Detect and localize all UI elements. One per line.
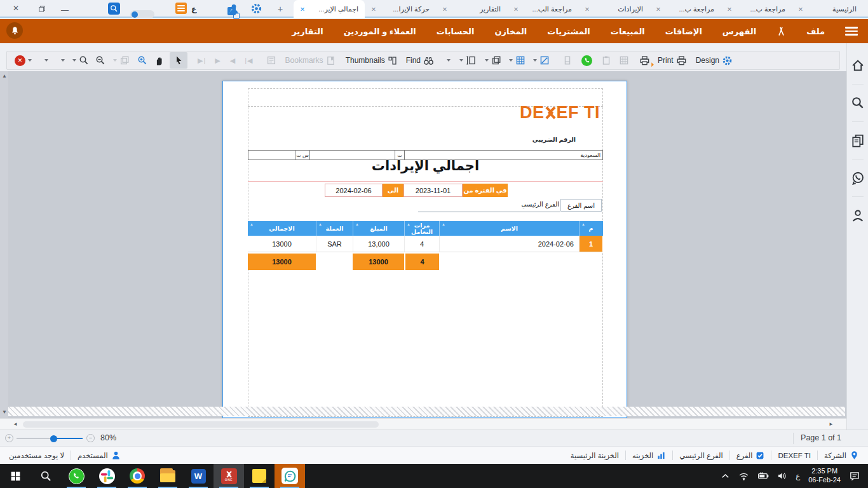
multipage-view-button[interactable]	[113, 55, 130, 65]
zoom-tool-button[interactable]	[72, 55, 89, 65]
hamburger-menu-icon[interactable]	[845, 27, 858, 36]
menu-addons[interactable]: الإضافات	[665, 27, 702, 36]
zoom-in-circle-icon[interactable]: +	[5, 434, 13, 442]
quick-search-icon[interactable]	[108, 3, 120, 15]
nav-last-page-button[interactable]: ▶|	[198, 57, 206, 65]
whatsapp-icon[interactable]	[851, 171, 865, 185]
company-context[interactable]: الشركة	[824, 451, 859, 460]
thumbnails-button[interactable]: Thumbnails	[346, 56, 397, 65]
branch-context[interactable]: الفرع	[736, 451, 765, 460]
find-button[interactable]: Find	[406, 55, 434, 66]
tab-revenues[interactable]: ✕الإيرادات	[578, 0, 649, 18]
taskbar-dexef-app[interactable]	[275, 464, 305, 488]
home-icon[interactable]	[851, 58, 865, 72]
menu-reports[interactable]: التقارير	[292, 27, 323, 36]
tab-reports[interactable]: ✕التقارير	[436, 0, 507, 18]
col-header-times[interactable]: ▲مرات التعامل	[404, 221, 439, 236]
dropdown-1[interactable]	[44, 59, 48, 62]
design-button[interactable]: Design	[696, 55, 733, 66]
send-whatsapp-button[interactable]	[581, 55, 592, 66]
col-header-no[interactable]: ▲م	[579, 221, 602, 236]
print-button[interactable]: Print	[658, 55, 687, 66]
side-panel-button[interactable]	[562, 55, 573, 65]
settings-gear-icon[interactable]	[250, 3, 262, 15]
tab-review-1[interactable]: ✕مراجعة الب...	[507, 0, 578, 18]
col-header-total[interactable]: ▲الاجمالي	[248, 221, 316, 236]
contact-person-icon[interactable]	[851, 208, 865, 222]
export-document-button[interactable]	[266, 55, 276, 65]
vertical-scrollbar[interactable]	[0, 71, 8, 418]
menu-index[interactable]: الفهرس	[722, 27, 756, 36]
taskbar-slack[interactable]	[92, 464, 122, 488]
window-close-button[interactable]: ✕	[13, 4, 19, 12]
table-layout-button[interactable]	[509, 55, 526, 65]
taskbar-search-button[interactable]	[31, 464, 61, 488]
taskbar-clock[interactable]: 2:35 PM 06-Feb-24	[808, 467, 841, 485]
scale-button[interactable]	[533, 55, 550, 65]
menu-purchases[interactable]: المشتريات	[547, 27, 590, 36]
tab-home[interactable]: ✕الرئيسية	[792, 0, 863, 18]
menu-list-icon[interactable]	[175, 3, 187, 14]
theme-toggle[interactable]	[130, 10, 154, 18]
documents-icon[interactable]	[851, 133, 865, 147]
taskbar-chrome[interactable]	[122, 464, 153, 488]
menu-warehouses[interactable]: المخازن	[494, 27, 527, 36]
col-header-currency[interactable]: ▲العملة	[316, 221, 353, 236]
quick-print-button[interactable]	[639, 55, 650, 66]
zoom-slider-track[interactable]	[17, 438, 53, 439]
taskbar-whatsapp[interactable]	[61, 464, 92, 488]
menu-file[interactable]: ملف	[806, 27, 825, 36]
nav-next-page-button[interactable]: ▶	[215, 57, 220, 65]
start-button[interactable]	[0, 464, 31, 488]
tab-close-icon[interactable]: ✕	[300, 6, 305, 13]
treasury-context[interactable]: الخزينه	[632, 451, 666, 460]
taskbar-file-explorer[interactable]	[153, 464, 183, 488]
zoom-slider-handle[interactable]	[50, 435, 57, 442]
nav-first-page-button[interactable]: |◀	[245, 57, 253, 65]
tab-close-icon[interactable]: ✕	[656, 6, 661, 13]
window-restore-button[interactable]	[38, 5, 46, 13]
page-setup-button[interactable]	[459, 55, 476, 65]
tab-review-2[interactable]: ✕مراجعة ب...	[649, 0, 721, 18]
paste-button[interactable]	[601, 55, 611, 65]
pointer-tool-button[interactable]	[170, 52, 187, 69]
scroll-down-arrow[interactable]: ▼	[2, 410, 7, 415]
bookmarks-button[interactable]: Bookmarks	[285, 56, 336, 65]
dropdown-2[interactable]	[61, 59, 65, 62]
horizontal-scroll-thumb[interactable]	[23, 421, 379, 428]
new-tab-button[interactable]: +	[278, 4, 283, 14]
action-center-icon[interactable]	[849, 470, 860, 482]
user-profile-icon[interactable]	[228, 3, 240, 15]
tab-review-3[interactable]: ✕مراجعة ب...	[721, 0, 792, 18]
tab-close-icon[interactable]: ✕	[442, 6, 447, 13]
menu-sales[interactable]: المبيعات	[611, 27, 645, 36]
window-minimize-button[interactable]: —	[61, 6, 69, 14]
taskbar-dexef-one[interactable]: ONE	[214, 464, 244, 488]
nav-prev-page-button[interactable]: ◀	[230, 57, 236, 65]
zoom-out-button[interactable]	[95, 55, 105, 65]
zoom-out-circle-icon[interactable]: −	[86, 434, 95, 442]
scroll-up-arrow[interactable]: ▲	[2, 74, 7, 79]
col-header-amount[interactable]: ▲المبلغ	[353, 221, 404, 236]
tab-close-icon[interactable]: ✕	[585, 6, 590, 13]
volume-icon[interactable]	[777, 471, 787, 481]
language-badge[interactable]: ع	[191, 4, 196, 13]
horizontal-scrollbar[interactable]: ◄ ►	[0, 418, 846, 430]
tab-close-icon[interactable]: ✕	[371, 6, 376, 13]
wifi-icon[interactable]	[738, 471, 749, 482]
hidden-icons-chevron[interactable]	[721, 471, 730, 481]
tab-close-icon[interactable]: ✕	[727, 6, 732, 13]
menu-customers-suppliers[interactable]: العملاء و الموردين	[344, 27, 416, 36]
close-preview-button[interactable]: ✕	[15, 55, 32, 66]
dropdown-3[interactable]	[447, 59, 451, 62]
menu-accounts[interactable]: الحسابات	[437, 27, 475, 36]
col-header-name[interactable]: ▲الاسم	[439, 221, 579, 236]
tab-close-icon[interactable]: ✕	[513, 6, 519, 13]
table-settings-button[interactable]	[619, 55, 629, 65]
tab-revenue-movement[interactable]: ✕حركة الإيرا...	[365, 0, 436, 18]
user-context[interactable]: المستخدم	[78, 451, 121, 460]
notifications-bell-icon[interactable]	[6, 22, 23, 39]
taskbar-word[interactable]: W	[183, 464, 214, 488]
search-icon[interactable]	[851, 96, 865, 110]
tab-total-revenues[interactable]: ✕اجمالي الإير...	[294, 0, 365, 18]
